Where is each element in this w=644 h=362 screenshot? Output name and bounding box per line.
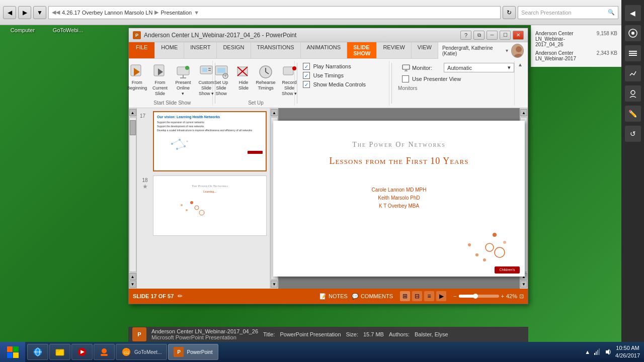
taskbar-clock[interactable]: 10:50 AM 4/26/2017 [615, 344, 640, 360]
normal-view-button[interactable]: ⊞ [400, 291, 410, 301]
setup-group-label: Set Up [248, 100, 264, 106]
right-panel-btn-6[interactable]: ✏️ [625, 106, 641, 122]
dropdown-button[interactable]: ▼ [33, 6, 46, 19]
forward-button[interactable]: ▶ [18, 6, 31, 19]
from-beginning-button[interactable]: FromBeginning [127, 63, 147, 92]
thumb17-bullet2: Support the development of new networks [157, 125, 263, 128]
monitor-group: Monitor: Automatic ▾ Use Presenter View [398, 61, 518, 84]
svg-rect-77 [596, 351, 597, 355]
use-timings-checkbox[interactable]: ✓ Use Timings [303, 72, 383, 79]
minimize-button[interactable]: ─ [487, 31, 498, 40]
slide-thumb-18[interactable]: 18 ★ The Power Of Networks Learning... [139, 174, 268, 237]
reading-view-button[interactable]: ≡ [424, 291, 434, 301]
tab-file[interactable]: FILE [129, 42, 155, 58]
zoom-plus-icon[interactable]: + [501, 293, 504, 299]
scroll-down-button[interactable]: ▼ [129, 281, 136, 288]
from-current-slide-button[interactable]: FromCurrent Slide [149, 63, 171, 97]
powerpoint-window: P Anderson Center LN_Webinar-2017_04_26 … [128, 28, 528, 304]
monitor-select[interactable]: Automatic ▾ [444, 63, 514, 72]
tab-review[interactable]: REVIEW [377, 42, 411, 58]
slide-right-scroll-down[interactable]: ▼ [520, 281, 527, 288]
hide-slide-button[interactable]: HideSlide [233, 63, 254, 92]
use-presenter-view-checkbox[interactable]: Use Presenter View [402, 75, 514, 82]
gotowebinar-icon [99, 347, 109, 357]
taskbar-explorer[interactable] [49, 344, 70, 360]
side-panel-item-2[interactable]: Anderson Center LN_Webinar-2017 2,343 KB [535, 49, 617, 63]
close-button[interactable]: ✕ [513, 31, 524, 40]
tab-home[interactable]: HOME [155, 42, 184, 58]
taskbar-powerpoint[interactable]: P PowerPoint [168, 344, 218, 360]
svg-rect-23 [202, 68, 207, 72]
tab-transitions[interactable]: TRANSITIONS [251, 42, 301, 58]
svg-rect-62 [7, 346, 13, 352]
taskbar-ie[interactable] [27, 344, 48, 360]
slide-scroll-down[interactable]: ▼ [271, 281, 278, 288]
bottom-info-filetype: Microsoft PowerPoint Presentation [151, 334, 258, 340]
bottom-info-title-label: Title: [263, 331, 275, 337]
address-bar[interactable]: ◀◀ 4.26.17 Overbey Lannon Marsolo LN ▶ P… [48, 6, 501, 19]
ppt-app-icon: P [133, 31, 141, 39]
present-online-icon [175, 64, 191, 80]
tab-animations[interactable]: ANIMATIONS [301, 42, 348, 58]
slide-thumb-17[interactable]: 17 Our vision: Learning Health Networks … [139, 110, 268, 172]
taskbar-media[interactable] [71, 344, 93, 360]
thumb17-bullet3: Develop a scaled infrastructure to impro… [157, 129, 263, 132]
use-presenter-check [402, 75, 409, 82]
ribbon-group-setup: Set UpSlide Show HideSlide [217, 61, 295, 106]
comments-button[interactable]: 💬 COMMENTS [352, 293, 393, 300]
side-panel-item-1[interactable]: Anderson Center LN_Webinar-2017_04_26 9,… [535, 29, 617, 49]
zoom-fit-icon[interactable]: ⊡ [519, 293, 524, 300]
nav-back-icon: ◀◀ [52, 9, 60, 16]
svg-rect-63 [13, 346, 19, 352]
tab-insert[interactable]: INSERT [184, 42, 217, 58]
gotomeet-label: GoToMeet... [134, 349, 162, 355]
slide-scroll-up[interactable]: ▲ [271, 109, 278, 116]
view-mode-buttons: ⊞ ⊟ ≡ ▶ [400, 291, 446, 301]
taskbar-gotowebinar[interactable] [94, 344, 115, 360]
tab-design[interactable]: DESIGN [217, 42, 251, 58]
svg-point-59 [475, 253, 478, 256]
search-bar[interactable]: Search Presentation 🔍 [518, 6, 618, 19]
tab-slideshow[interactable]: SLIDE SHOW [347, 42, 377, 58]
taskbar-time: 10:50 AM [615, 344, 640, 352]
user-dropdown-icon[interactable]: ▾ [506, 48, 508, 53]
refresh-button[interactable]: ↻ [503, 6, 516, 19]
maximize-button[interactable]: ☐ [500, 31, 511, 40]
main-slide: The Power Of Networks Lessons from the F… [273, 121, 525, 277]
slide-sorter-button[interactable]: ⊟ [412, 291, 422, 301]
right-panel-btn-2[interactable] [625, 25, 641, 41]
show-media-controls-checkbox[interactable]: ✓ Show Media Controls [303, 81, 383, 88]
scroll-up-button[interactable]: ▲ [129, 109, 136, 116]
help-button[interactable]: ? [460, 31, 471, 40]
right-panel-btn-4[interactable] [625, 65, 641, 81]
right-panel-btn-1[interactable]: ◀ [625, 5, 641, 21]
play-narrations-checkbox[interactable]: ✓ Play Narrations [303, 63, 383, 70]
slideshow-view-button[interactable]: ▶ [436, 291, 446, 301]
status-edit-icon[interactable]: ✏ [178, 293, 183, 300]
scroll-up2-button[interactable]: ▲ [129, 273, 136, 280]
ribbon-group-start-slideshow: FromBeginning FromCurrent Slide [132, 61, 213, 106]
restore-button[interactable]: ⧉ [473, 31, 485, 40]
comments-label: COMMENTS [361, 293, 393, 299]
notes-button[interactable]: 📝 NOTES [319, 293, 348, 300]
ribbon-collapse[interactable]: ▲ [516, 61, 525, 68]
record-slide-show-button[interactable]: Record SlideShow ▾ [278, 63, 301, 97]
taskbar-gotomeet[interactable]: G2 GoToMeet... [116, 344, 167, 360]
setup-slide-show-button[interactable]: Set UpSlide Show [211, 63, 231, 97]
left-scrollbar[interactable]: ▲ ▲ ▼ [129, 108, 137, 289]
svg-point-56 [486, 243, 494, 251]
hide-slide-icon [235, 64, 252, 80]
zoom-slider[interactable] [459, 295, 499, 298]
tab-view[interactable]: VIEW [412, 42, 438, 58]
start-button[interactable] [0, 342, 25, 362]
present-online-button[interactable]: PresentOnline ▾ [173, 63, 193, 97]
right-panel-btn-5[interactable] [625, 85, 641, 102]
svg-line-48 [180, 140, 185, 146]
slide-right-scroll-up[interactable]: ▲ [520, 109, 527, 116]
back-button[interactable]: ◀ [3, 6, 16, 19]
svg-point-21 [185, 66, 189, 70]
rehearse-timings-button[interactable]: RehearseTimings [256, 63, 276, 92]
zoom-minus-icon[interactable]: − [453, 293, 456, 299]
right-panel-btn-3[interactable] [625, 45, 641, 61]
right-panel-btn-7[interactable]: ↺ [625, 126, 641, 142]
